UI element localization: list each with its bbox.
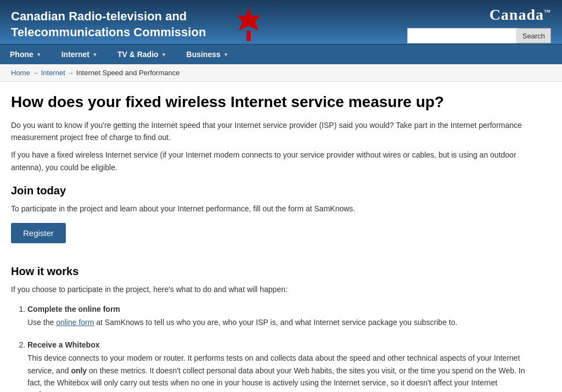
how-it-works-heading: How it works bbox=[11, 265, 527, 278]
header-left: Canadian Radio-television and Telecommun… bbox=[11, 5, 268, 44]
step-2-title: Receive a Whitebox bbox=[27, 340, 100, 349]
how-it-works-intro: If you choose to participate in the proj… bbox=[11, 283, 527, 295]
breadcrumb-link-home[interactable]: Home bbox=[11, 69, 30, 77]
step-2-emphasis: only bbox=[71, 366, 87, 375]
site-title: Canadian Radio-television and Telecommun… bbox=[11, 9, 220, 40]
main-navbar: Phone▼Internet▼TV & Radio▼Business▼ bbox=[0, 44, 562, 64]
search-bar: Search bbox=[407, 28, 551, 43]
nav-item-tv---radio[interactable]: TV & Radio▼ bbox=[108, 44, 177, 64]
nav-item-internet[interactable]: Internet▼ bbox=[52, 44, 108, 64]
nav-arrow-icon: ▼ bbox=[161, 52, 167, 58]
step-1-body: Use the online form at SamKnows to tell … bbox=[27, 316, 527, 328]
nav-item-phone[interactable]: Phone▼ bbox=[0, 44, 52, 64]
site-header: Canadian Radio-television and Telecommun… bbox=[0, 0, 562, 44]
svg-rect-1 bbox=[246, 31, 251, 41]
search-button[interactable]: Search bbox=[517, 28, 551, 43]
intro-paragraph-2: If you have a fixed wireless Internet se… bbox=[11, 149, 527, 173]
nav-arrow-icon: ▼ bbox=[92, 52, 98, 58]
breadcrumb-separator: → bbox=[68, 69, 74, 77]
step-1: Complete the online form Use the online … bbox=[27, 303, 527, 329]
join-today-para: To participate in the project and learn … bbox=[11, 203, 527, 215]
breadcrumb-link-internet[interactable]: Internet bbox=[41, 69, 65, 77]
svg-marker-0 bbox=[237, 7, 261, 31]
nav-arrow-icon: ▼ bbox=[223, 52, 229, 58]
canada-wordmark: Canada™ bbox=[490, 6, 551, 24]
page-title: How does your fixed wireless Internet se… bbox=[11, 93, 527, 111]
header-right: Canada™ Search bbox=[407, 6, 551, 43]
intro-paragraph-1: Do you want to know if you're getting th… bbox=[11, 119, 527, 144]
breadcrumb-separator: → bbox=[32, 69, 39, 77]
maple-leaf-icon bbox=[229, 5, 268, 44]
breadcrumb-current: Internet Speed and Performance bbox=[76, 69, 180, 77]
online-form-link[interactable]: online form bbox=[56, 318, 94, 327]
step-1-title: Complete the online form bbox=[27, 305, 120, 313]
breadcrumb: Home→Internet→Internet Speed and Perform… bbox=[0, 64, 562, 82]
register-button[interactable]: Register bbox=[11, 223, 66, 243]
main-content: How does your fixed wireless Internet se… bbox=[0, 82, 538, 392]
step-2-body: This device connects to your modem or ro… bbox=[27, 352, 527, 392]
join-today-heading: Join today bbox=[11, 184, 527, 197]
step-2: Receive a Whitebox This device connects … bbox=[27, 339, 527, 392]
nav-arrow-icon: ▼ bbox=[36, 52, 42, 58]
nav-item-business[interactable]: Business▼ bbox=[177, 44, 239, 64]
search-input[interactable] bbox=[407, 28, 517, 43]
steps-list: Complete the online form Use the online … bbox=[11, 303, 527, 392]
